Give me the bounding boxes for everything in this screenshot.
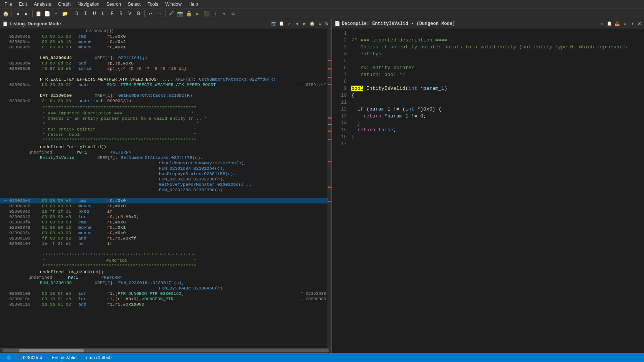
decompile-header: 📄 Decompile: EntityIsValid - (Dungeon Mo… xyxy=(332,19,644,28)
xref-5[interactable]: FUN_02302200:0230223c(c), xyxy=(159,177,225,182)
xref-address[interactable]: 022fff84(j) xyxy=(118,55,147,61)
menu-graph[interactable]: Graph xyxy=(55,1,74,8)
equals-comment: = 00000000 xyxy=(301,296,326,302)
table-row xyxy=(0,246,328,252)
toolbar-lock[interactable]: 🔒 xyxy=(185,10,193,18)
decompile-icon: 📄 xyxy=(334,21,340,26)
toolbar-stepover[interactable]: ↷ xyxy=(220,10,228,18)
listing-hscrollbar[interactable] xyxy=(0,348,331,353)
toolbar-data[interactable]: U xyxy=(90,10,99,18)
mnemonic: addr xyxy=(78,82,107,88)
listing-home-btn[interactable]: 🏠 xyxy=(309,21,315,27)
toolbar-redo[interactable]: ↪ xyxy=(155,10,164,18)
xref-7[interactable]: FUN_02302388:02302390(c) xyxy=(159,187,223,193)
comment-block: ****************************************… xyxy=(0,105,328,143)
toolbar-disasm[interactable]: D xyxy=(73,10,81,18)
decompile-refresh-btn[interactable]: ↻ xyxy=(599,21,605,27)
toolbar-code[interactable]: I xyxy=(81,10,90,18)
toolbar-step[interactable]: ↓ xyxy=(211,10,220,18)
listing-hscroll-thumb[interactable] xyxy=(19,349,84,352)
xref-fun-2[interactable]: FUN_0230040c:02300458(c) xyxy=(159,286,223,291)
address: 023000ec xyxy=(9,209,42,214)
menu-window[interactable]: Window xyxy=(162,1,185,8)
xref-fun-1[interactable]: FUN_02300164:02300174(c), xyxy=(118,280,185,286)
listing-next-btn[interactable]: ▶ xyxy=(301,21,308,27)
status-address: 023000e4 xyxy=(18,355,45,360)
toolbar-func[interactable]: F xyxy=(108,10,116,18)
listing-snapshot-btn[interactable]: 📷 xyxy=(271,21,277,27)
menu-file[interactable]: File xyxy=(2,1,15,8)
bytes: 31 0c 00 00 xyxy=(42,98,78,104)
operands: r5,#0x0 xyxy=(107,34,326,39)
dc-line-2: 2 /* === imported description ==== xyxy=(335,37,641,44)
toolbar-snapshot[interactable]: 📸 xyxy=(176,10,184,18)
listing-code-area[interactable]: 02300084(j) 023000c8 00 00 55 e3 cmp r5,… xyxy=(0,28,328,348)
dc-line-code xyxy=(351,141,641,147)
xref-first[interactable]: GetNumberOfAttacks:022fff78(c), xyxy=(121,155,203,160)
xref-4[interactable]: HasDropeyeStatus:02301f58(c), xyxy=(159,171,236,177)
xref-3[interactable]: FUN_02301d84:02301db4(c), xyxy=(159,166,225,171)
listing-close-btn[interactable]: ✕ xyxy=(324,21,329,27)
listing-body: 02300084(j) 023000c8 00 00 55 e3 cmp r5,… xyxy=(0,28,331,348)
mnemonic: undefined4 xyxy=(78,98,107,104)
toolbar-copy[interactable]: 📋 xyxy=(34,10,43,18)
status-instruction: cmp r0,#0x0 xyxy=(83,355,115,360)
dc-line-number: 16 xyxy=(335,134,347,141)
bytes: 01 00 a0 13 xyxy=(42,225,78,230)
xref-2[interactable]: ShouldMonsterRunAway:023015c0(c), xyxy=(159,160,247,166)
menu-select[interactable]: Select xyxy=(125,1,144,8)
bytes: 1e ff 2f e1 xyxy=(42,241,78,246)
table-row: 023000d0 01 00 a0 03 moveq r0,#0x1 xyxy=(0,45,328,50)
toolbar-undo[interactable]: ↩ xyxy=(146,10,155,18)
toolbar-paste[interactable]: 📄 xyxy=(43,10,51,18)
toolbar-stop[interactable]: ⬛ xyxy=(202,10,211,18)
table-row: FUN_02302388:02302390(c) xyxy=(0,187,328,193)
decompile-code-area[interactable]: 1 2 /* === imported description ==== 3 C… xyxy=(332,28,644,353)
decompile-export-btn[interactable]: 📤 xyxy=(614,21,620,27)
toolbar-b[interactable]: B xyxy=(134,10,143,18)
table-row: 02300104 1e ff 2f e1 bx lr xyxy=(0,241,328,246)
listing-settings-btn[interactable]: ⚙ xyxy=(317,21,323,27)
decompile-close-btn[interactable]: ✕ xyxy=(637,21,642,27)
listing-prev-btn[interactable]: ◀ xyxy=(294,21,300,27)
toolbar-new[interactable]: 📁 xyxy=(61,10,69,18)
toolbar-forward[interactable]: ▶ xyxy=(22,10,31,18)
xref-address[interactable]: GetNumberOfAttacks:022ffd8(R) xyxy=(199,77,276,82)
xref-6[interactable]: GetMoveTypeForMonster:0230229c(c... xyxy=(159,182,252,187)
toolbar-cut[interactable]: ✂ xyxy=(52,10,60,18)
toolbar-home[interactable]: 🏠 xyxy=(2,10,10,18)
listing-hscroll-track[interactable] xyxy=(2,349,329,352)
statusbar: 🔷 023000e4 EntityIsValid cmp r0,#0x0 xyxy=(0,353,644,362)
xref-address[interactable]: GetNumberOfAttacks:0230bc(R) xyxy=(118,93,192,98)
toolbar-ref[interactable]: R xyxy=(117,10,125,18)
toolbar-run[interactable]: ▶ xyxy=(194,10,202,18)
mnemonic: moveq xyxy=(78,230,107,236)
operands: r0,#0x1 xyxy=(107,45,326,50)
decompile-copy-btn[interactable]: 📋 xyxy=(606,21,613,27)
listing-copy-btn[interactable]: 📋 xyxy=(278,21,285,27)
table-row: undefined EntityIsValid() xyxy=(0,144,328,150)
toolbar-xref[interactable]: V xyxy=(126,10,134,18)
menu-tools[interactable]: Tools xyxy=(144,1,161,8)
dc-line-number: 15 xyxy=(335,127,347,134)
toolbar-label[interactable]: L xyxy=(99,10,108,18)
toolbar-select[interactable]: 🖊 xyxy=(167,10,175,18)
mnemonic: bxeq xyxy=(78,209,107,214)
toolbar-back[interactable]: ◀ xyxy=(13,10,22,18)
operands: r0,#0x2 xyxy=(107,39,326,45)
menu-navigation[interactable]: Navigation xyxy=(74,1,103,8)
toolbar-settings[interactable]: ⚙ xyxy=(229,10,237,18)
menu-edit[interactable]: Edit xyxy=(16,1,30,8)
address: 023000c8 xyxy=(9,34,42,39)
menu-search[interactable]: Search xyxy=(103,1,124,8)
table-row: 023000f4 00 00 50 e3 cmp r0,#0x0 xyxy=(0,220,328,225)
menu-analysis[interactable]: Analysis xyxy=(31,1,54,8)
bytes: b0 35 35 02 xyxy=(42,82,78,88)
gutter-marker-5 xyxy=(328,117,331,119)
toolbar: 🏠 ◀ ▶ 📋 📄 ✂ 📁 D I U L F R V B ↩ ↪ 🖊 📸 🔒 … xyxy=(0,8,644,19)
operands: r1,r1,#0x1a000 xyxy=(107,302,326,307)
decompile-maximize-btn[interactable]: ⬆ xyxy=(629,21,636,27)
menu-help[interactable]: Help xyxy=(185,1,201,8)
listing-cursor-btn[interactable]: ↗ xyxy=(286,21,292,27)
decompile-settings-btn[interactable]: ⚙ xyxy=(622,21,628,27)
